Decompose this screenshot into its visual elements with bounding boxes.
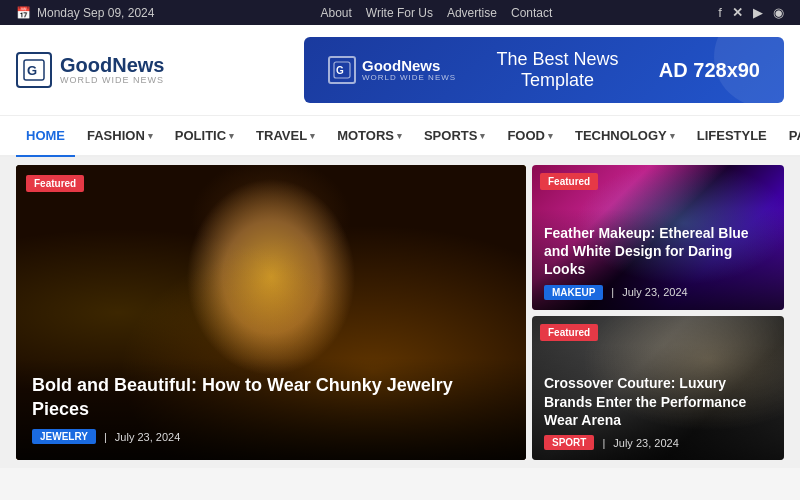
- youtube-icon[interactable]: ▶: [753, 5, 763, 20]
- nav-travel[interactable]: TRAVEL ▾: [246, 116, 325, 155]
- nav-advertise[interactable]: Advertise: [447, 6, 497, 20]
- nav-motors[interactable]: MOTORS ▾: [327, 116, 412, 155]
- pipe-separator: |: [602, 437, 605, 449]
- top-bar: 📅 Monday Sep 09, 2024 About Write For Us…: [0, 0, 800, 25]
- ad-banner[interactable]: G GoodNews WORLD WIDE NEWS The Best News…: [304, 37, 784, 103]
- featured-main-date: July 23, 2024: [115, 431, 180, 443]
- svg-text:G: G: [27, 63, 37, 78]
- featured-main-overlay: Bold and Beautiful: How to Wear Chunky J…: [16, 358, 526, 460]
- social-icons: f ✕ ▶ ◉: [718, 5, 784, 20]
- article2-date: July 23, 2024: [613, 437, 678, 449]
- nav-pages[interactable]: PAGES ▾: [779, 116, 800, 155]
- chevron-down-icon: ▾: [397, 131, 402, 141]
- calendar-icon: 📅: [16, 6, 31, 20]
- header: G GoodNews WORLD WIDE NEWS G GoodNews WO…: [0, 25, 800, 116]
- pipe-separator: |: [611, 286, 614, 298]
- logo-text: GoodNews WORLD WIDE NEWS: [60, 55, 164, 85]
- ad-size: AD 728x90: [659, 59, 760, 82]
- pipe-separator: |: [104, 431, 107, 443]
- featured-main-title: Bold and Beautiful: How to Wear Chunky J…: [32, 374, 510, 421]
- logo-icon: G: [16, 52, 52, 88]
- facebook-icon[interactable]: f: [718, 5, 722, 20]
- article2-title: Crossover Couture: Luxury Brands Enter t…: [544, 374, 772, 429]
- nav-food[interactable]: FOOD ▾: [497, 116, 563, 155]
- article1-date: July 23, 2024: [622, 286, 687, 298]
- article-card-sport[interactable]: Featured Crossover Couture: Luxury Brand…: [532, 316, 784, 461]
- nav-politic[interactable]: POLITIC ▾: [165, 116, 244, 155]
- chevron-down-icon: ▾: [148, 131, 153, 141]
- ad-logo-icon: G: [328, 56, 356, 84]
- featured-badge-main: Featured: [26, 175, 84, 192]
- main-content: Featured Bold and Beautiful: How to Wear…: [0, 157, 800, 468]
- nav-lifestyle[interactable]: LIFESTYLE: [687, 116, 777, 155]
- nav-home[interactable]: HOME: [16, 116, 75, 157]
- chevron-down-icon: ▾: [229, 131, 234, 141]
- article1-title: Feather Makeup: Ethereal Blue and White …: [544, 224, 772, 279]
- sport-tag[interactable]: SPORT: [544, 435, 594, 450]
- nav-fashion[interactable]: FASHION ▾: [77, 116, 163, 155]
- right-column: Featured Feather Makeup: Ethereal Blue a…: [532, 165, 784, 460]
- top-bar-nav: About Write For Us Advertise Contact: [320, 6, 552, 20]
- chevron-down-icon: ▾: [670, 131, 675, 141]
- article2-overlay: Crossover Couture: Luxury Brands Enter t…: [532, 364, 784, 460]
- featured-main-article[interactable]: Featured Bold and Beautiful: How to Wear…: [16, 165, 526, 460]
- chevron-down-icon: ▾: [548, 131, 553, 141]
- nav-about[interactable]: About: [320, 6, 351, 20]
- article-card-makeup[interactable]: Featured Feather Makeup: Ethereal Blue a…: [532, 165, 784, 310]
- nav-write-for-us[interactable]: Write For Us: [366, 6, 433, 20]
- article1-overlay: Feather Makeup: Ethereal Blue and White …: [532, 214, 784, 310]
- nav-contact[interactable]: Contact: [511, 6, 552, 20]
- ad-tagline: The Best News Template: [476, 49, 639, 91]
- article2-meta: SPORT | July 23, 2024: [544, 435, 772, 450]
- makeup-tag[interactable]: MAKEUP: [544, 285, 603, 300]
- featured-badge-1: Featured: [540, 173, 598, 190]
- main-nav: HOME FASHION ▾ POLITIC ▾ TRAVEL ▾ MOTORS…: [0, 116, 800, 157]
- article1-meta: MAKEUP | July 23, 2024: [544, 285, 772, 300]
- chevron-down-icon: ▾: [480, 131, 485, 141]
- logo[interactable]: G GoodNews WORLD WIDE NEWS: [16, 52, 164, 88]
- instagram-icon[interactable]: ◉: [773, 5, 784, 20]
- featured-badge-2: Featured: [540, 324, 598, 341]
- jewelry-tag[interactable]: JEWELRY: [32, 429, 96, 444]
- svg-text:G: G: [336, 65, 344, 76]
- featured-main-meta: JEWELRY | July 23, 2024: [32, 429, 510, 444]
- ad-logo: G GoodNews WORLD WIDE NEWS: [328, 56, 456, 84]
- date-text: Monday Sep 09, 2024: [37, 6, 154, 20]
- ad-logo-text: GoodNews WORLD WIDE NEWS: [362, 58, 456, 82]
- nav-technology[interactable]: TECHNOLOGY ▾: [565, 116, 685, 155]
- chevron-down-icon: ▾: [310, 131, 315, 141]
- twitter-x-icon[interactable]: ✕: [732, 5, 743, 20]
- top-bar-date: 📅 Monday Sep 09, 2024: [16, 6, 154, 20]
- nav-sports[interactable]: SPORTS ▾: [414, 116, 495, 155]
